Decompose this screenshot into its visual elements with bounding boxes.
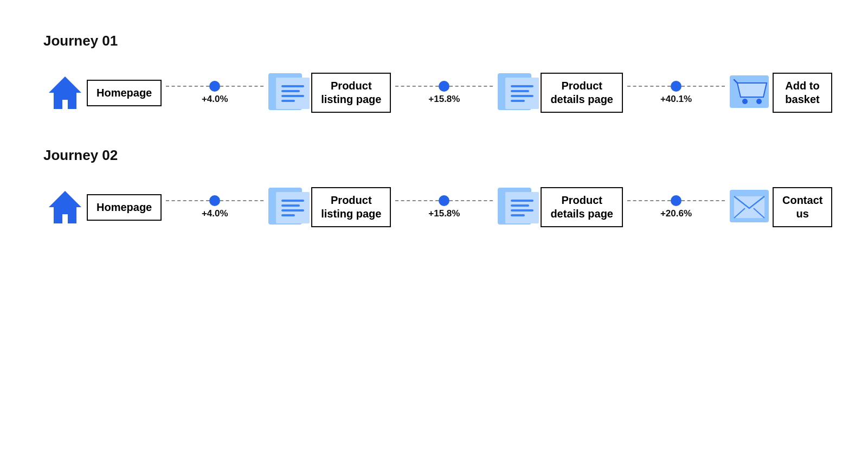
step-details-1: Productdetails page [497, 71, 623, 114]
step-label-homepage-2: Homepage [87, 194, 162, 221]
step-label-listing-1: Productlisting page [311, 73, 391, 113]
page-icon-listing-2 [268, 185, 311, 229]
connector-line-2-1 [166, 195, 263, 206]
step-label-details-1: Productdetails page [541, 73, 623, 113]
step-block-contact-2: Contactus [729, 185, 832, 229]
step-label-listing-2: Productlisting page [311, 187, 391, 227]
step-label-details-2: Productdetails page [541, 187, 623, 227]
step-block-listing-2: Productlisting page [268, 185, 391, 229]
svg-point-4 [756, 99, 762, 104]
dashed-line-1-2b [449, 86, 493, 87]
svg-marker-0 [49, 76, 81, 109]
step-block-details-1: Productdetails page [497, 71, 623, 114]
dashed-line-1-1a [166, 86, 209, 87]
page-icon-details-2 [497, 185, 541, 229]
connector-1-2: +15.8% [395, 81, 493, 105]
dashed-line-2-2b [449, 200, 493, 201]
connector-line-2-2 [395, 195, 493, 206]
connector-2-2: +15.8% [395, 195, 493, 219]
step-block-homepage-2: Homepage [43, 185, 162, 229]
main-container: Journey 01 Homepage [0, 0, 868, 294]
journey-01-flow: Homepage +4.0% [43, 71, 825, 114]
page-icon-details-1 [497, 71, 541, 114]
step-block-details-2: Productdetails page [497, 185, 623, 229]
dashed-line-1-3b [681, 86, 725, 87]
journey-01-title: Journey 01 [43, 33, 825, 49]
svg-marker-5 [49, 191, 81, 223]
connector-dot-1-2 [439, 81, 449, 92]
step-label-homepage-1: Homepage [87, 80, 162, 106]
connector-line-1-1 [166, 81, 263, 92]
journey-01-section: Journey 01 Homepage [43, 33, 825, 114]
cart-icon-1 [729, 71, 773, 114]
connector-line-1-3 [627, 81, 725, 92]
connector-2-3: +20.6% [627, 195, 725, 219]
connector-percent-1-2: +15.8% [428, 94, 460, 105]
connector-percent-1-3: +40.1% [660, 94, 692, 105]
connector-dot-2-1 [209, 195, 220, 206]
step-label-contact-2: Contactus [773, 187, 832, 227]
dashed-line-1-1b [220, 86, 263, 87]
dashed-line-1-3a [627, 86, 671, 87]
page-icon-listing-1 [268, 71, 311, 114]
connector-dot-1-3 [671, 81, 681, 92]
step-listing-2: Productlisting page [268, 185, 391, 229]
step-block-listing-1: Productlisting page [268, 71, 391, 114]
connector-line-2-3 [627, 195, 725, 206]
step-label-basket-1: Add tobasket [773, 73, 832, 113]
dashed-line-2-2a [395, 200, 439, 201]
connector-line-1-2 [395, 81, 493, 92]
dashed-line-2-3a [627, 200, 671, 201]
step-listing-1: Productlisting page [268, 71, 391, 114]
connector-percent-1-1: +4.0% [202, 94, 228, 105]
connector-percent-2-3: +20.6% [660, 208, 692, 219]
connector-percent-2-2: +15.8% [428, 208, 460, 219]
dashed-line-2-1b [220, 200, 263, 201]
envelope-icon-2 [729, 185, 773, 229]
journey-02-title: Journey 02 [43, 147, 825, 164]
step-homepage-1: Homepage [43, 71, 162, 114]
journey-02-flow: Homepage +4.0% [43, 185, 825, 229]
home-icon-2 [43, 185, 87, 229]
dashed-line-2-1a [166, 200, 209, 201]
home-icon-1 [43, 71, 87, 114]
step-block-homepage-1: Homepage [43, 71, 162, 114]
connector-1-1: +4.0% [166, 81, 263, 105]
step-basket-1: Add tobasket [729, 71, 832, 114]
step-block-basket-1: Add tobasket [729, 71, 832, 114]
connector-dot-2-2 [439, 195, 449, 206]
step-details-2: Productdetails page [497, 185, 623, 229]
connector-percent-2-1: +4.0% [202, 208, 228, 219]
dashed-line-1-2a [395, 86, 439, 87]
connector-dot-1-1 [209, 81, 220, 92]
svg-point-3 [742, 99, 748, 104]
journey-02-section: Journey 02 Homepage [43, 147, 825, 229]
connector-1-3: +40.1% [627, 81, 725, 105]
dashed-line-2-3b [681, 200, 725, 201]
step-contact-2: Contactus [729, 185, 832, 229]
step-homepage-2: Homepage [43, 185, 162, 229]
connector-2-1: +4.0% [166, 195, 263, 219]
connector-dot-2-3 [671, 195, 681, 206]
